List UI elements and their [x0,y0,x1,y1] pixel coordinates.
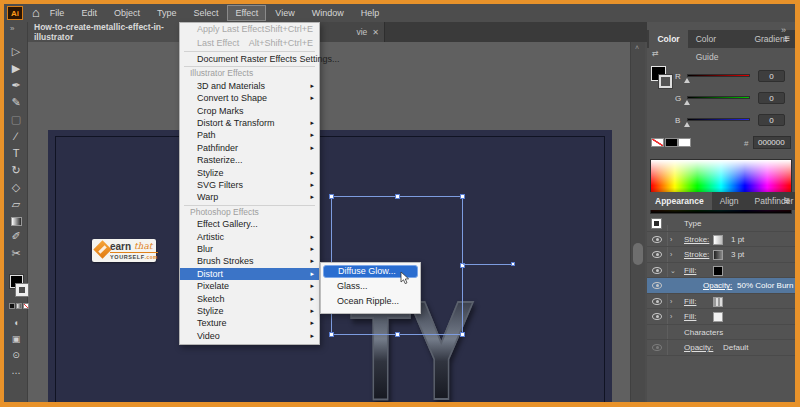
menu-view[interactable]: View [268,6,301,20]
menu-item-stylize-illustrator[interactable]: Stylize▸ [180,167,319,179]
blue-slider-thumb[interactable] [684,122,690,127]
menu-item-crop-marks[interactable]: Crop Marks [180,105,319,117]
menu-item-document-raster-effects[interactable]: Document Raster Effects Settings... [180,53,319,65]
expand-chevron-icon[interactable]: › [670,232,672,248]
menu-item-pixelate[interactable]: Pixelate▸ [180,280,319,292]
visibility-eye-icon[interactable] [652,251,662,258]
stroke-swatch[interactable] [713,250,723,260]
tab-appearance[interactable]: Appearance [647,192,712,210]
menu-type[interactable]: Type [150,6,184,20]
panel-stroke-swatch[interactable] [659,75,672,88]
menu-help[interactable]: Help [354,6,387,20]
pencil-tool-icon[interactable]: ✐ [4,229,28,243]
none-swatch[interactable] [651,138,664,147]
menu-item-svg-filters[interactable]: SVG Filters▸ [180,179,319,191]
rotate-tool-icon[interactable]: ↻ [4,163,28,177]
visibility-eye-icon[interactable] [652,313,662,320]
tab-pathfinder[interactable]: Pathfinder [747,192,800,210]
paintbrush-tool-icon[interactable]: ∕ [4,129,28,143]
stroke-color-swatch[interactable] [16,284,28,296]
blue-value-field[interactable]: 0 [758,114,785,126]
canvas-pasteboard[interactable]: earn that YOURSELF.com TY www.LearnThatY… [28,42,630,402]
appearance-row-fill-2[interactable]: › Fill: [647,294,795,310]
gradient-tool-icon[interactable] [11,217,22,226]
appearance-row-fill-3[interactable]: › Fill: [647,309,795,325]
hex-value-field[interactable]: 000000 [753,136,791,149]
menu-item-effect-gallery[interactable]: Effect Gallery... [180,218,319,230]
appearance-panel-menu-icon[interactable]: ≡ [784,195,790,206]
selection-handle[interactable] [460,194,465,199]
menu-item-distort[interactable]: Distort▸ [180,268,319,280]
stroke-swatch[interactable] [713,235,723,245]
menu-item-texture[interactable]: Texture▸ [180,317,319,329]
fill-swatch[interactable] [713,312,723,322]
screen-mode-icon[interactable]: ⊙ [4,348,28,362]
fill-swatch[interactable] [713,266,723,276]
menu-item-warp[interactable]: Warp▸ [180,191,319,203]
color-mode-icon[interactable] [9,303,15,309]
menu-item-path[interactable]: Path▸ [180,129,319,141]
shape-builder-tool-icon[interactable]: ▱ [4,197,28,211]
selection-handle[interactable] [460,332,465,337]
tab-align[interactable]: Align [712,192,747,210]
green-slider-thumb[interactable] [684,100,690,105]
home-icon[interactable]: ⌂ [32,6,40,20]
collapse-panels-icon[interactable]: » [781,25,785,35]
menu-item-3d-and-materials[interactable]: 3D and Materials▸ [180,80,319,92]
visibility-eye-icon[interactable] [652,282,662,289]
tab-color[interactable]: Color [649,30,687,48]
menu-select[interactable]: Select [186,6,225,20]
expand-chevron-icon[interactable]: › [670,247,672,263]
appearance-row-characters[interactable]: Characters [647,325,795,341]
expand-chevron-icon[interactable]: › [670,294,672,310]
appearance-row-type[interactable]: Type [647,216,795,232]
appearance-row-stroke-3pt[interactable]: › Stroke: 3 pt [647,247,795,263]
menu-item-stylize-photoshop[interactable]: Stylize▸ [180,305,319,317]
appearance-row-stroke-1pt[interactable]: › Stroke: 1 pt [647,232,795,248]
black-swatch[interactable] [665,138,678,147]
menu-item-artistic[interactable]: Artistic▸ [180,231,319,243]
visibility-eye-icon[interactable] [652,236,662,243]
tab-color-guide[interactable]: Color Guide [688,30,747,48]
visibility-eye-icon[interactable] [652,344,662,351]
eraser-tool-icon[interactable]: ◇ [4,180,28,194]
scrollbar-thumb[interactable] [633,243,643,265]
swap-colors-icon[interactable]: ⇄ [652,49,659,58]
green-slider[interactable] [687,96,750,99]
pen-tool-icon[interactable]: ✒ [4,78,28,92]
white-swatch[interactable] [678,138,691,147]
menu-item-brush-strokes[interactable]: Brush Strokes▸ [180,255,319,267]
rectangle-tool-icon[interactable]: ▢ [4,112,28,126]
more-tools-icon[interactable]: ⋯ [4,366,28,380]
red-slider[interactable] [687,74,750,77]
red-slider-thumb[interactable] [684,78,690,83]
menu-item-convert-to-shape[interactable]: Convert to Shape▸ [180,92,319,104]
menu-file[interactable]: File [43,6,72,20]
appearance-row-fill-expanded[interactable]: ⌄ Fill: [647,263,795,279]
selection-handle[interactable] [395,194,400,199]
menu-object[interactable]: Object [107,6,147,20]
menu-effect[interactable]: Effect [228,6,265,20]
menu-item-pathfinder[interactable]: Pathfinder▸ [180,142,319,154]
selection-tool-icon[interactable]: ▷ [4,44,28,58]
artboard-tool-icon[interactable]: ▣ [4,332,28,346]
vertical-scrollbar[interactable]: ˄ [630,42,645,402]
scissors-tool-icon[interactable]: ✂ [4,246,28,260]
selection-handle[interactable] [395,332,400,337]
menu-item-rasterize[interactable]: Rasterize... [180,154,319,166]
visibility-eye-icon[interactable] [652,267,662,274]
appearance-row-opacity-default[interactable]: Opacity: Default [647,340,795,356]
hand-tool-icon[interactable]: ◖ [4,316,28,330]
none-mode-icon[interactable] [23,303,29,309]
menu-item-blur[interactable]: Blur▸ [180,243,319,255]
type-tool-icon[interactable]: T [4,146,28,160]
visibility-eye-icon[interactable] [652,298,662,305]
direct-selection-tool-icon[interactable]: ▶ [4,61,28,75]
expand-chevron-icon[interactable]: › [670,309,672,325]
tab-close-icon[interactable]: ✕ [372,28,379,37]
toolbar-collapse-icon[interactable]: » [10,24,14,33]
menu-item-sketch[interactable]: Sketch▸ [180,293,319,305]
blue-slider[interactable] [687,118,750,121]
scroll-up-icon[interactable]: ˄ [635,44,639,51]
menu-window[interactable]: Window [305,6,351,20]
